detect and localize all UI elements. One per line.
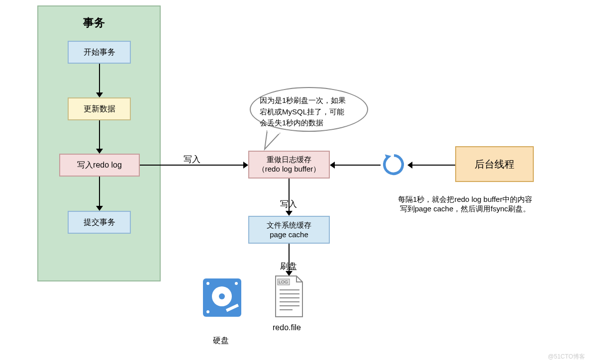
arrow-redo-commit — [99, 177, 100, 206]
disk-icon — [201, 276, 243, 319]
bg-thread-label: 后台线程 — [475, 158, 514, 171]
svg-point-5 — [206, 310, 209, 313]
step-commit-label: 提交事务 — [84, 217, 115, 228]
page-cache-box: 文件系统缓存 page cache — [248, 216, 330, 244]
bg-thread-note1: 每隔1秒，就会把redo log buffer中的内容 — [378, 195, 552, 204]
bg-thread-note: 每隔1秒，就会把redo log buffer中的内容 写到page cache… — [378, 195, 552, 214]
arrowhead-redo-commit — [96, 206, 103, 211]
arrow-bgthread-to-refresh — [412, 165, 455, 166]
refresh-icon — [381, 151, 407, 178]
transaction-title: 事务 — [83, 15, 105, 30]
redo-buffer-line2: （redo log buffer） — [258, 165, 320, 174]
svg-point-2 — [219, 293, 225, 299]
arrowhead-bgthread-to-refresh — [407, 162, 412, 169]
label-write-to-buffer: 写入 — [184, 154, 200, 165]
arrowhead-update-redo — [96, 149, 103, 154]
bubble-tail-icon — [262, 128, 287, 153]
step-write-redo-label: 写入redo log — [77, 160, 122, 171]
bg-thread-box: 后台线程 — [455, 146, 534, 182]
arrowhead-redo-to-buffer — [243, 162, 248, 169]
arrowhead-buffer-to-cache — [286, 211, 293, 216]
redo-file-label: redo.file — [273, 323, 301, 332]
redo-buffer-line1: 重做日志缓存 — [267, 155, 311, 165]
arrow-refresh-to-buffer — [335, 165, 381, 166]
label-flush: 刷盘 — [280, 261, 297, 272]
svg-point-4 — [235, 282, 238, 285]
step-update: 更新数据 — [68, 97, 131, 120]
arrow-update-redo — [99, 120, 100, 149]
arrowhead-refresh-to-buffer — [330, 162, 335, 169]
watermark: @51CTO博客 — [548, 353, 585, 361]
log-badge: LOG — [279, 279, 288, 284]
step-commit: 提交事务 — [68, 211, 131, 234]
step-write-redo: 写入redo log — [59, 154, 140, 177]
bubble-line1: 因为是1秒刷盘一次，如果 — [260, 95, 358, 106]
step-update-label: 更新数据 — [84, 104, 115, 114]
bg-thread-note2: 写到page cache，然后调用fsync刷盘。 — [378, 204, 552, 214]
label-write-to-cache: 写入 — [280, 198, 297, 210]
bubble-line3: 会丢失1秒内的数据 — [260, 117, 358, 129]
step-begin: 开始事务 — [68, 41, 131, 64]
step-begin-label: 开始事务 — [84, 47, 115, 58]
disk-label: 硬盘 — [213, 336, 229, 346]
page-cache-line1: 文件系统缓存 — [267, 221, 311, 230]
arrow-begin-update — [99, 64, 100, 92]
log-file-icon — [271, 274, 306, 320]
arrowhead-begin-update — [96, 92, 103, 97]
svg-point-3 — [206, 282, 209, 285]
bubble-line2: 宕机或MySQL挂了，可能 — [260, 106, 358, 118]
redo-buffer-box: 重做日志缓存 （redo log buffer） — [248, 151, 330, 179]
warning-bubble: 因为是1秒刷盘一次，如果 宕机或MySQL挂了，可能 会丢失1秒内的数据 — [250, 87, 368, 132]
page-cache-line2: page cache — [270, 230, 308, 239]
